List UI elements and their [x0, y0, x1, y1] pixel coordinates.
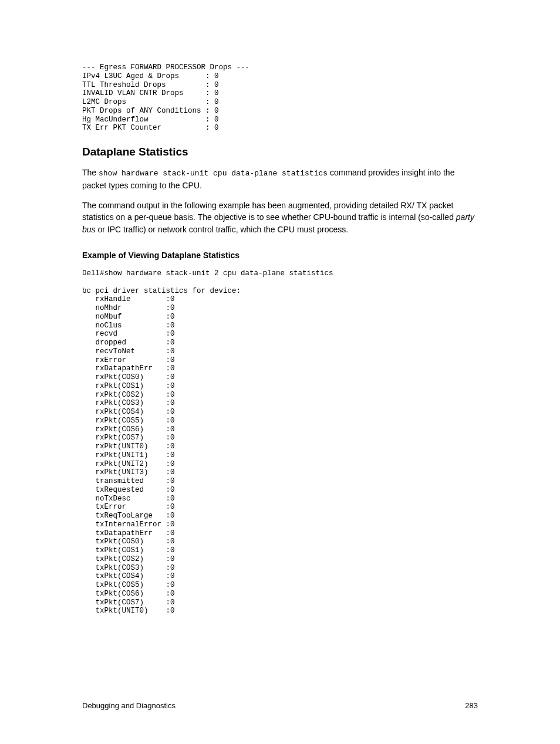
- footer-section-title: Debugging and Diagnostics: [82, 701, 176, 710]
- egress-drops-block: --- Egress FORWARD PROCESSOR Drops --- I…: [82, 63, 478, 133]
- para1-code: show hardware stack-unit cpu data-plane …: [99, 169, 328, 178]
- para2-post: or IPC traffic) or network control traff…: [96, 225, 349, 234]
- para1-pre: The: [82, 168, 99, 177]
- footer-page-number: 283: [465, 701, 478, 710]
- paragraph-1: The show hardware stack-unit cpu data-pl…: [82, 167, 478, 191]
- para2-pre: The command output in the following exam…: [82, 201, 456, 222]
- section-heading: Dataplane Statistics: [82, 146, 478, 158]
- example-block: Dell#show hardware stack-unit 2 cpu data…: [82, 269, 478, 616]
- document-page: --- Egress FORWARD PROCESSOR Drops --- I…: [0, 0, 560, 639]
- example-heading: Example of Viewing Dataplane Statistics: [82, 251, 478, 260]
- paragraph-2: The command output in the following exam…: [82, 199, 478, 235]
